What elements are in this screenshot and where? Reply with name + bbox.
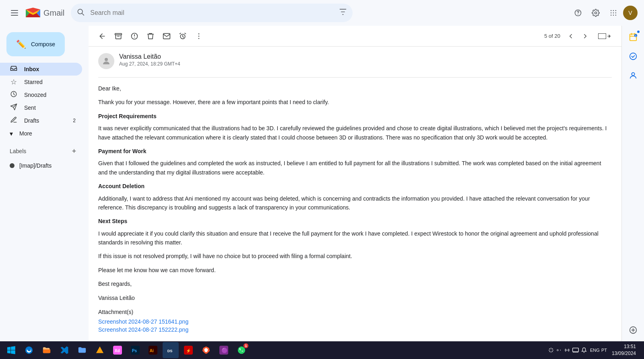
taskbar-vscode[interactable]: [56, 342, 72, 358]
view-toggle-button[interactable]: [594, 29, 615, 43]
taskbar-ds[interactable]: DS: [163, 342, 179, 358]
section1-title: Project Requirements: [98, 112, 612, 121]
settings-button[interactable]: [588, 5, 604, 21]
star-icon: ☆: [10, 78, 18, 86]
sidebar-item-snoozed[interactable]: Snoozed: [0, 88, 82, 101]
taskbar-date: 13/09/2024: [612, 350, 636, 357]
email-body[interactable]: Vanissa Leitão Aug 27, 2024, 18:29 GMT+4…: [89, 47, 621, 341]
search-filter-button[interactable]: [339, 8, 347, 18]
tasks-icon[interactable]: [625, 48, 641, 64]
prev-email-button[interactable]: [564, 29, 578, 43]
svg-point-29: [630, 53, 636, 60]
taskbar-clock: 13:51: [612, 343, 636, 350]
sender-info: Vanissa Leitão Aug 27, 2024, 18:29 GMT+4: [119, 53, 612, 67]
label-item-imap-drafts[interactable]: [Imap]/Drafts: [0, 159, 82, 172]
svg-text:DS: DS: [167, 349, 173, 353]
avatar[interactable]: V: [623, 6, 638, 20]
svg-point-11: [613, 12, 614, 14]
svg-line-4: [82, 13, 84, 15]
content-area: 5 of 20: [89, 26, 621, 341]
more-options-button[interactable]: [192, 29, 206, 43]
top-bar: Gmail: [0, 0, 644, 26]
delete-button[interactable]: [143, 29, 158, 43]
svg-point-14: [613, 15, 614, 16]
attachment-link-1[interactable]: Screenshot 2024-08-27 151641.png: [98, 318, 612, 325]
svg-point-21: [198, 33, 200, 34]
sent-label: Sent: [24, 105, 76, 111]
top-right-icons: V: [570, 5, 638, 21]
svg-text:1: 1: [635, 35, 636, 37]
section1-body: It was never explicitly communicated tha…: [98, 124, 612, 142]
taskbar-app13[interactable]: 🟣: [216, 342, 232, 358]
svg-point-7: [611, 10, 612, 11]
labels-title: Labels: [10, 148, 26, 154]
gmail-logo: Gmail: [26, 8, 64, 18]
taskbar-edge[interactable]: [21, 342, 37, 358]
taskbar-xd[interactable]: Xd: [109, 342, 126, 358]
help-button[interactable]: [570, 5, 586, 21]
section3-title: Account Deletion: [98, 182, 612, 191]
svg-point-10: [611, 12, 612, 14]
next-email-button[interactable]: [578, 29, 592, 43]
taskbar-file-explorer[interactable]: [39, 342, 55, 358]
taskbar-time: 13:51 13/09/2024: [612, 343, 636, 357]
taskbar-locale: PT: [601, 348, 607, 353]
contacts-icon[interactable]: [625, 68, 641, 84]
sidebar-item-inbox[interactable]: Inbox: [0, 63, 82, 76]
taskbar-photoshop[interactable]: Ps: [127, 342, 143, 358]
email-text: Dear Ike, Thank you for your message. Ho…: [98, 84, 612, 302]
attachment-link-2[interactable]: Screenshot 2024-08-27 152222.png: [98, 326, 612, 333]
taskbar-illustrator[interactable]: Ai: [145, 342, 161, 358]
sidebar-item-starred[interactable]: ☆ Starred: [0, 76, 82, 88]
taskbar: Xd Ps Ai DS ⚡ 🟣 1 ENG: [0, 341, 644, 359]
taskbar-windows-start[interactable]: [3, 342, 19, 358]
compose-label: Compose: [31, 41, 55, 47]
archive-button[interactable]: [111, 29, 126, 43]
inbox-icon: [10, 65, 18, 74]
section4-body: I would appreciate it if you could clari…: [98, 229, 612, 247]
sidebar-item-sent[interactable]: Sent: [0, 101, 82, 114]
section4-title: Next Steps: [98, 217, 612, 226]
sender-date: Aug 27, 2024, 18:29 GMT+4: [119, 61, 612, 67]
calendar-icon[interactable]: 1: [625, 29, 641, 45]
compose-button[interactable]: ✏️ Compose: [6, 32, 65, 56]
svg-rect-17: [115, 33, 122, 35]
email-paragraph1: Thank you for your message. However, the…: [98, 98, 612, 107]
snooze-button[interactable]: [175, 29, 190, 43]
svg-point-22: [198, 35, 200, 37]
add-panel-button[interactable]: [625, 322, 641, 338]
back-button[interactable]: [95, 29, 109, 43]
svg-text:⚡: ⚡: [186, 348, 191, 353]
report-spam-button[interactable]: [127, 29, 142, 43]
taskbar-whatsapp[interactable]: 1: [233, 342, 250, 358]
taskbar-folder[interactable]: [74, 342, 90, 358]
search-input[interactable]: [71, 4, 353, 22]
taskbar-app11[interactable]: ⚡: [180, 342, 196, 358]
apps-button[interactable]: [605, 5, 621, 21]
labels-section: Labels +: [0, 140, 89, 159]
section2-title: Payment for Work: [98, 147, 612, 156]
hamburger-button[interactable]: [6, 5, 23, 21]
taskbar-app6[interactable]: [92, 342, 108, 358]
nav-arrows: [564, 29, 592, 43]
sidebar-item-more[interactable]: ▾ More: [0, 127, 82, 140]
email-signoff: Best regards,: [98, 279, 612, 288]
taskbar-brave[interactable]: [198, 342, 214, 358]
svg-point-49: [557, 349, 559, 351]
inbox-label: Inbox: [24, 66, 76, 72]
drafts-badge: 2: [73, 118, 76, 123]
main-area: ✏️ Compose Inbox ☆ Starred Snoozed: [0, 26, 644, 341]
svg-text:Xd: Xd: [115, 349, 120, 353]
sidebar-item-drafts[interactable]: Drafts 2: [0, 114, 82, 127]
svg-rect-1: [11, 12, 18, 13]
svg-point-23: [198, 38, 200, 39]
label-name: [Imap]/Drafts: [19, 162, 52, 169]
sender-name: Vanissa Leitão: [119, 53, 612, 60]
search-icon-button[interactable]: [76, 8, 85, 18]
email-counter: 5 of 20: [544, 33, 560, 39]
labels-add-button[interactable]: +: [69, 146, 79, 156]
sidebar: ✏️ Compose Inbox ☆ Starred Snoozed: [0, 26, 89, 341]
svg-rect-2: [11, 15, 18, 16]
mark-unread-button[interactable]: [159, 29, 174, 43]
more-label: More: [19, 130, 32, 137]
